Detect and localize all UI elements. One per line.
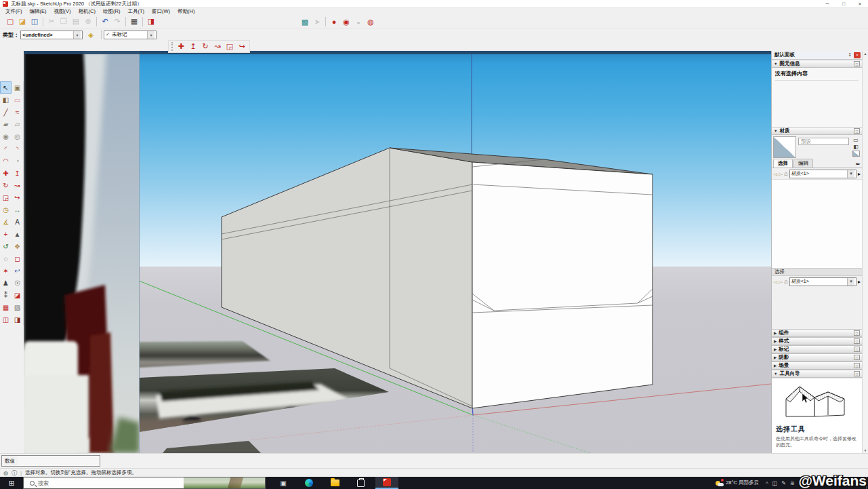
entity-info-header[interactable]: ▼ 图元信息 ◻	[772, 60, 862, 68]
credits-info-icon[interactable]: ⓘ	[12, 469, 17, 477]
paint-bucket-tool[interactable]: ◧	[0, 94, 12, 106]
two-point-arc-tool[interactable]: ◝	[12, 142, 23, 155]
open-button[interactable]: ◪	[16, 16, 28, 27]
3d-text-tool[interactable]: ▲	[12, 228, 23, 240]
line-tool[interactable]: ╱	[0, 106, 12, 118]
zoom-tool[interactable]: ◌	[0, 252, 12, 265]
classifier-dropdown[interactable]: <undefined> ▾	[20, 31, 83, 39]
protractor-tool[interactable]: ∡	[0, 216, 12, 228]
rectangle-tool[interactable]: ▰	[0, 118, 12, 130]
materials-swatch-area[interactable]	[772, 179, 862, 269]
section-close-icon[interactable]: ◻	[854, 347, 860, 352]
rotate-tool[interactable]: ↻	[0, 179, 12, 191]
in-model-components-button[interactable]: ▩	[299, 16, 311, 28]
section-fill-tool[interactable]: ◫	[0, 313, 12, 326]
three-point-arc-tool[interactable]: ◠	[0, 155, 12, 167]
section-cut-tool[interactable]: ▨	[12, 301, 23, 313]
measurements-box[interactable]: 数值	[1, 455, 100, 467]
classifier-tool-icon[interactable]: ◈	[85, 30, 96, 40]
tab-select[interactable]: 选择	[773, 159, 793, 168]
new-button[interactable]: ▢	[4, 16, 16, 27]
undo-button[interactable]: ↶	[99, 16, 111, 27]
3d-warehouse-button[interactable]: ●	[328, 16, 340, 28]
section-close-icon[interactable]: ◻	[854, 355, 860, 360]
in-model-icon[interactable]: ⌂	[784, 170, 787, 177]
look-around-tool[interactable]: ☉	[12, 277, 23, 289]
secondary-swatch-area[interactable]	[772, 287, 862, 329]
back-icon[interactable]: ◅	[773, 279, 777, 285]
toolbar-drag-handle[interactable]	[171, 42, 173, 51]
offset-tool[interactable]: ↪	[12, 191, 23, 203]
circle-tool[interactable]: ◉	[0, 130, 12, 142]
zoom-previous-tool[interactable]: ↩	[12, 265, 23, 277]
measurements-value[interactable]	[18, 456, 100, 466]
tray-section-标记[interactable]: ▶标记◻	[772, 345, 862, 353]
close-button[interactable]: ×	[852, 0, 868, 8]
instructor-header[interactable]: ▼ 工具向导 ◻	[772, 370, 862, 378]
move-button[interactable]: ✚	[175, 41, 187, 52]
details-arrow-icon[interactable]: ▸	[858, 171, 861, 177]
materials-collection-dropdown[interactable]: 材质<1> ▾	[789, 170, 856, 178]
network-icon[interactable]: ≋	[790, 480, 795, 486]
move-tool[interactable]: ✚	[0, 167, 12, 179]
rotated-rectangle-tool[interactable]: ▱	[12, 118, 23, 130]
arc-tool[interactable]: ◜	[0, 142, 12, 155]
tray-close-button[interactable]: ×	[854, 52, 861, 58]
tray-section-组件[interactable]: ▶组件◻	[772, 329, 862, 337]
menu-v[interactable]: 视图(V)	[54, 8, 71, 15]
section-display-tool[interactable]: ▦	[0, 301, 12, 313]
text-tool[interactable]: A	[12, 216, 23, 228]
hidden-icons-chevron[interactable]: ^	[766, 480, 768, 486]
pie-tool[interactable]: ◔	[12, 155, 23, 167]
zoom-window-tool[interactable]: ◻	[12, 252, 23, 265]
create-material-icon[interactable]: ◧	[853, 144, 859, 150]
section-close-icon[interactable]: ◻	[854, 330, 860, 336]
print-button[interactable]: ▦	[128, 16, 140, 27]
minimize-button[interactable]: ─	[819, 0, 835, 8]
start-button[interactable]: ⊞	[0, 477, 23, 489]
tape-measure-tool[interactable]: ◷	[0, 203, 12, 216]
chevron-down-icon[interactable]: ▾	[847, 170, 854, 178]
push-pull-tool[interactable]: ↥	[12, 167, 23, 179]
save-button[interactable]: ◫	[28, 16, 41, 27]
taskbar-weather[interactable]: 28°C 局部多云	[716, 480, 759, 487]
taskbar-search[interactable]: 搜索	[23, 477, 266, 489]
chevron-down-icon[interactable]: ▾	[847, 278, 854, 286]
details-arrow-icon[interactable]: ▸	[858, 279, 861, 285]
share-model-button[interactable]: ◉	[340, 16, 352, 28]
follow-me-button[interactable]: ↝	[211, 41, 224, 52]
file-explorer-icon[interactable]	[327, 477, 343, 489]
sketchup-taskbar-button[interactable]	[375, 477, 398, 489]
section-close-icon[interactable]: ◻	[854, 363, 860, 368]
menu-t[interactable]: 工具(T)	[127, 8, 144, 15]
modeling-viewport[interactable]	[24, 51, 771, 453]
eraser-tool[interactable]: ▭	[12, 94, 23, 106]
scroll-up-icon[interactable]: ▲	[864, 52, 867, 56]
make-component-tool[interactable]: ▣	[12, 81, 23, 94]
secondary-collection-dropdown[interactable]: 材质<1> ▾	[789, 277, 856, 286]
section-plane-tool[interactable]: ◪	[12, 289, 23, 301]
forward-icon[interactable]: ▻	[779, 171, 783, 177]
menu-c[interactable]: 相机(C)	[79, 8, 96, 15]
scale-button[interactable]: ◲	[224, 41, 236, 52]
zoom-extents-tool[interactable]: ✶	[0, 265, 12, 277]
tag-dropdown[interactable]: ✓ 未标记 ▾	[104, 31, 157, 39]
tray-scrollbar[interactable]: ▲ ▼	[862, 51, 868, 453]
menu-f[interactable]: 文件(F)	[5, 8, 22, 15]
scale-tool[interactable]: ◲	[0, 191, 12, 203]
search-highlight-image[interactable]	[184, 477, 265, 489]
tab-edit[interactable]: 编辑	[793, 159, 813, 168]
pin-icon[interactable]: ↧	[848, 52, 852, 58]
edge-browser-icon[interactable]	[301, 477, 317, 489]
tray-section-样式[interactable]: ▶样式◻	[772, 337, 862, 345]
pen-icon[interactable]: ✎	[781, 480, 786, 486]
materials-header[interactable]: ▼ 材质 ◻	[772, 127, 862, 135]
screenshot-tool-icon[interactable]: ◫	[772, 480, 778, 486]
section-outline-tool[interactable]: ◨	[12, 313, 23, 326]
menu-e[interactable]: 编辑(E)	[30, 8, 47, 15]
forward-icon[interactable]: ▻	[779, 279, 783, 285]
chevron-down-icon[interactable]: ▾	[73, 31, 81, 39]
material-name-field[interactable]: 预设	[798, 138, 849, 145]
in-model-icon[interactable]: ⌂	[784, 278, 787, 285]
extension-manager-button[interactable]: ◍	[365, 16, 377, 28]
